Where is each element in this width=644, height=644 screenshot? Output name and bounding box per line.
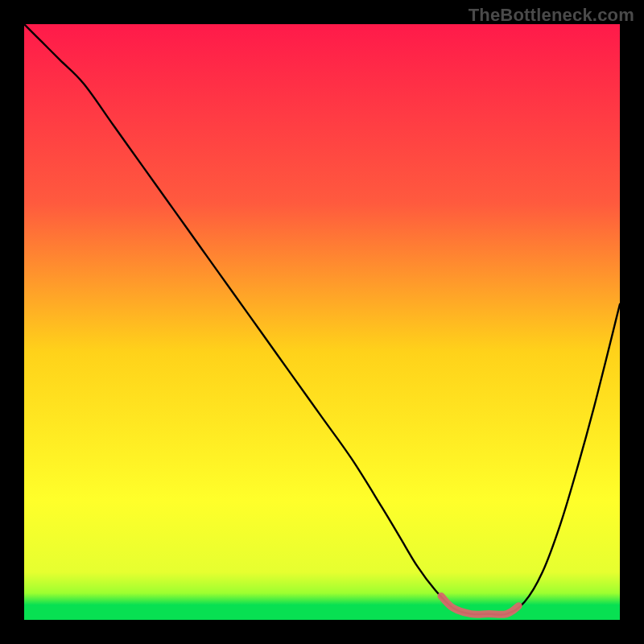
bottleneck-chart: [24, 24, 620, 620]
svg-rect-0: [24, 24, 620, 620]
watermark-label: TheBottleneck.com: [469, 5, 634, 26]
chart-svg: [24, 24, 620, 620]
